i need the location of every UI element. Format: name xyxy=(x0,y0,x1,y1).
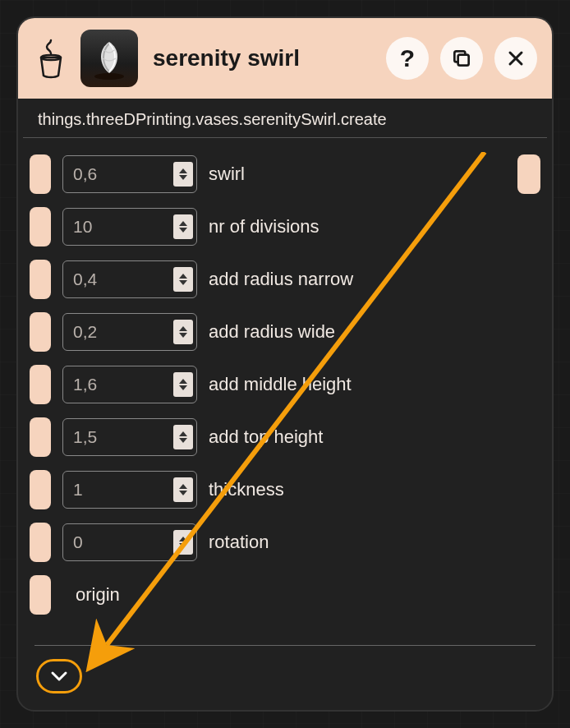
middle-height-input[interactable]: 1,6 xyxy=(62,366,197,403)
param-label: origin xyxy=(62,584,120,606)
chevron-down-icon xyxy=(50,670,68,682)
param-label: add radius wide xyxy=(209,321,335,343)
row-handle[interactable] xyxy=(30,417,51,457)
stepper-icon[interactable] xyxy=(173,320,193,344)
footer xyxy=(18,646,552,710)
row-handle[interactable] xyxy=(30,312,51,352)
stepper-icon[interactable] xyxy=(173,530,193,555)
copy-button[interactable] xyxy=(440,37,483,80)
param-row-thickness: 1 thickness xyxy=(30,470,540,509)
help-button[interactable]: ? xyxy=(386,37,429,80)
side-handle[interactable] xyxy=(517,154,540,194)
expand-button[interactable] xyxy=(36,659,82,693)
panel-title: serenity swirl xyxy=(149,45,375,71)
row-handle[interactable] xyxy=(30,523,51,562)
param-row-radius-narrow: 0,4 add radius narrow xyxy=(30,260,540,299)
row-handle[interactable] xyxy=(30,207,51,247)
stepper-icon[interactable] xyxy=(173,267,193,292)
breadcrumb: things.threeDPrinting.vases.serenitySwir… xyxy=(23,99,547,138)
param-label: swirl xyxy=(209,164,245,185)
row-handle[interactable] xyxy=(30,154,51,194)
question-icon: ? xyxy=(400,44,415,72)
preset-thumbnail[interactable] xyxy=(80,30,138,87)
rotation-input[interactable]: 0 xyxy=(62,523,197,561)
stepper-icon[interactable] xyxy=(173,477,193,502)
row-handle[interactable] xyxy=(30,365,51,404)
thickness-input[interactable]: 1 xyxy=(62,471,197,509)
close-button[interactable] xyxy=(494,37,537,80)
swirl-input[interactable]: 0,6 xyxy=(62,155,197,193)
param-row-divisions: 10 nr of divisions xyxy=(30,207,540,247)
top-height-input[interactable]: 1,5 xyxy=(62,418,197,456)
radius-narrow-input[interactable]: 0,4 xyxy=(62,260,197,298)
param-row-middle-height: 1,6 add middle height xyxy=(30,365,540,404)
param-row-top-height: 1,5 add top height xyxy=(30,417,540,457)
param-label: add middle height xyxy=(209,374,352,395)
divisions-input[interactable]: 10 xyxy=(62,208,197,246)
stepper-icon[interactable] xyxy=(173,372,193,397)
svg-point-1 xyxy=(94,73,124,80)
stepper-icon[interactable] xyxy=(173,162,193,187)
row-handle[interactable] xyxy=(30,260,51,299)
panel: serenity swirl ? things.threeDPrinting.v… xyxy=(16,16,554,712)
param-label: nr of divisions xyxy=(209,216,319,237)
row-handle[interactable] xyxy=(30,575,51,615)
stepper-icon[interactable] xyxy=(173,214,193,239)
param-label: thickness xyxy=(209,479,284,500)
radius-wide-input[interactable]: 0,2 xyxy=(62,313,197,351)
copy-icon xyxy=(451,48,472,69)
svg-rect-2 xyxy=(458,55,469,66)
param-label: rotation xyxy=(209,532,269,553)
panel-header: serenity swirl ? xyxy=(18,18,552,99)
cup-icon xyxy=(33,37,69,80)
param-label: add radius narrow xyxy=(209,269,353,290)
param-row-swirl: 0,6 swirl xyxy=(30,154,540,194)
param-row-rotation: 0 rotation xyxy=(30,523,540,562)
stepper-icon[interactable] xyxy=(173,425,193,449)
param-label: add top height xyxy=(209,426,323,448)
param-row-radius-wide: 0,2 add radius wide xyxy=(30,312,540,352)
close-icon xyxy=(506,48,526,68)
params-list: 0,6 swirl 10 nr of divisions 0,4 add rad… xyxy=(18,138,552,634)
param-row-origin: origin xyxy=(30,575,540,615)
row-handle[interactable] xyxy=(30,470,51,509)
